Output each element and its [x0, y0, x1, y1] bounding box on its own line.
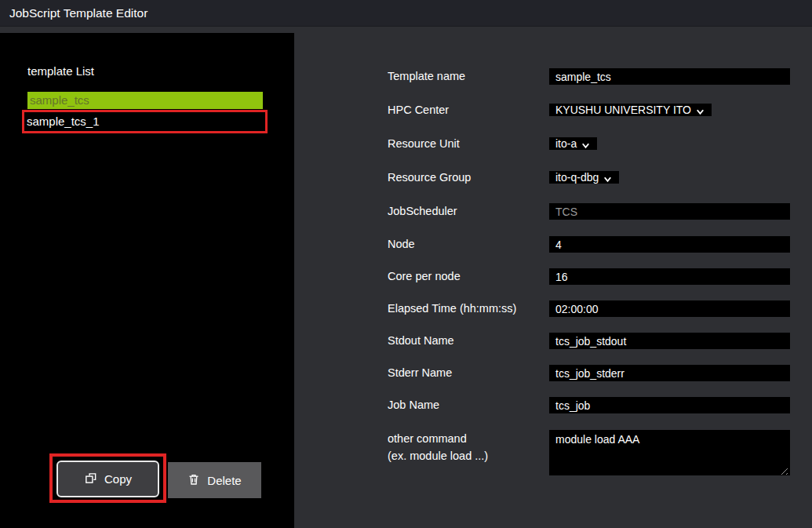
copy-button[interactable]: Copy — [56, 461, 159, 497]
annotation-highlight: Copy — [49, 453, 166, 503]
delete-button[interactable]: Delete — [168, 462, 261, 498]
annotation-highlight: sample_tcs_1 — [22, 110, 268, 133]
field-label: Elapsed Time (hh:mm:ss) — [388, 300, 516, 317]
list-item-sample-tcs[interactable]: sample_tcs — [27, 92, 263, 109]
resource-unit-select[interactable]: ito-a — [549, 137, 597, 150]
field-label: Resource Group — [388, 169, 471, 186]
field-label: Node — [388, 236, 415, 253]
template-name-input[interactable] — [549, 68, 790, 85]
copy-button-label: Copy — [104, 472, 132, 486]
field-label: Stderr Name — [388, 365, 452, 381]
elapsed-time-input[interactable] — [549, 300, 790, 317]
resource-group-select[interactable]: ito-q-dbg — [549, 171, 619, 184]
trash-icon — [188, 473, 200, 488]
other-command-textarea[interactable]: module load AAA — [549, 430, 790, 475]
jobscheduler-input — [549, 203, 790, 220]
list-item-sample-tcs-1[interactable]: sample_tcs_1 — [24, 112, 265, 131]
field-label: Core per node — [388, 268, 461, 285]
template-list-panel: template List sample_tcs sample_tcs_1 Co… — [0, 33, 294, 528]
titlebar: JobScript Template Editor — [0, 0, 812, 27]
job-name-input[interactable] — [549, 397, 790, 413]
chevron-down-icon — [580, 140, 592, 150]
stderr-name-input[interactable] — [549, 365, 790, 381]
chevron-down-icon — [602, 173, 614, 184]
hpc-center-value: KYUSHU UNIVERSITY ITO — [555, 104, 691, 116]
resource-unit-value: ito-a — [555, 137, 577, 150]
core-per-node-input[interactable] — [549, 268, 790, 285]
field-label: Stdout Name — [388, 333, 454, 349]
jobscript-template-editor-window: JobScript Template Editor template List … — [0, 0, 812, 528]
resource-group-value: ito-q-dbg — [555, 171, 599, 184]
copy-icon — [84, 472, 97, 487]
delete-button-label: Delete — [207, 474, 241, 487]
stdout-name-input[interactable] — [549, 333, 790, 349]
hpc-center-select[interactable]: KYUSHU UNIVERSITY ITO — [549, 104, 712, 116]
field-label: Resource Unit — [388, 136, 460, 152]
field-label-line1: other command — [388, 432, 467, 445]
page-title: JobScript Template Editor — [9, 0, 147, 26]
template-list-heading: template List — [27, 64, 94, 78]
field-label: Template name — [388, 68, 465, 85]
node-input[interactable] — [549, 236, 790, 253]
field-label: JobScheduler — [388, 203, 457, 220]
chevron-down-icon — [694, 106, 706, 116]
field-label: other command (ex. module load ...) — [388, 431, 488, 464]
field-label: HPC Center — [388, 102, 449, 118]
field-label-line2: (ex. module load ...) — [388, 447, 488, 464]
field-label: Job Name — [388, 397, 439, 413]
